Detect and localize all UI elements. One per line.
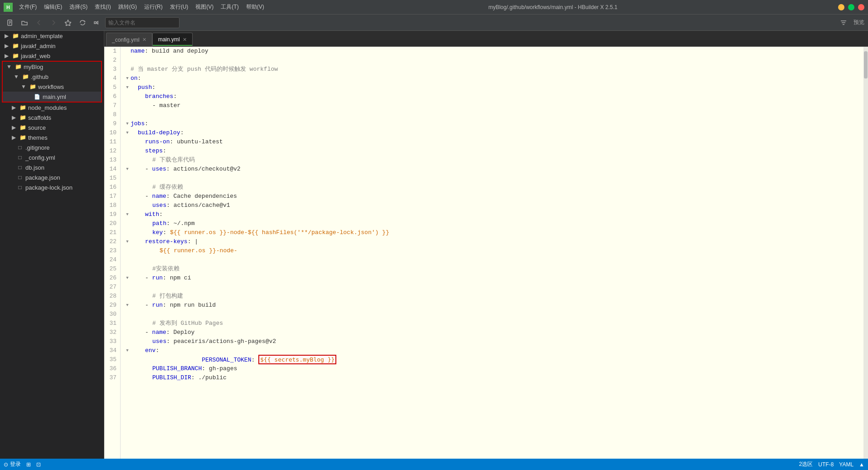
mini-scrollbar[interactable] <box>863 47 868 459</box>
collapse-icon: ▶ <box>3 42 10 49</box>
filter-icon[interactable] <box>837 16 850 29</box>
collapse-icon: ▶ <box>3 32 10 39</box>
new-file-button[interactable] <box>4 16 16 29</box>
sidebar-item-github[interactable]: ▼ 📁 .github <box>3 72 101 82</box>
titlebar-left: H 文件(F) 编辑(E) 选择(S) 查找(I) 跳转(G) 运行(R) 发行… <box>4 1 268 13</box>
sidebar-item-config-yml[interactable]: □ _config.yml <box>0 152 104 162</box>
yaml-key: uses <box>152 202 166 209</box>
scrollbar-thumb[interactable] <box>864 51 868 78</box>
refresh-button[interactable] <box>76 16 89 29</box>
fold-icon[interactable]: ▼ <box>124 348 131 354</box>
yaml-key: branches <box>145 93 173 100</box>
yaml-comment: # 下载仓库代码 <box>152 157 195 163</box>
sidebar-label: source <box>28 124 46 131</box>
code-line: ▼ with: <box>124 210 863 219</box>
line-numbers: 12345 678910 1112131415 1617181920 21222… <box>104 47 121 459</box>
yaml-key: with <box>145 211 159 218</box>
sidebar-label: myBlog <box>24 64 43 70</box>
sidebar-item-main-yml[interactable]: 📄 main.yml <box>3 92 101 102</box>
menu-select[interactable]: 选择(S) <box>66 1 91 13</box>
menu-publish[interactable]: 发行(U) <box>166 1 192 13</box>
fold-icon[interactable]: ▼ <box>124 302 131 308</box>
back-button[interactable] <box>33 16 45 29</box>
yaml-value: actions/cache@v1 <box>174 202 230 209</box>
fold-icon[interactable]: ▼ <box>124 211 131 218</box>
tab-close-icon[interactable]: ✕ <box>183 37 187 42</box>
code-line <box>124 310 863 319</box>
main-area: ▶ 📁 admin_template ▶ 📁 javakf_admin ▶ 📁 … <box>0 31 868 459</box>
code-line: # 下载仓库代码 <box>124 156 863 165</box>
yaml-comment: # 打包构建 <box>152 293 183 299</box>
yaml-key: name <box>152 193 166 200</box>
tab-config-yml[interactable]: _config.yml ✕ <box>106 33 152 46</box>
yaml-value: master <box>160 102 181 109</box>
menu-help[interactable]: 帮助(V) <box>242 1 268 13</box>
code-line: PUBLISH_BRANCH: gh-pages <box>124 364 863 373</box>
tab-bar: _config.yml ✕ main.yml ✕ <box>104 31 868 47</box>
code-line: ▼ - run: npm run build <box>124 301 863 310</box>
code-line: ▼ - uses: actions/checkout@v2 <box>124 165 863 174</box>
fold-icon[interactable]: ▼ <box>124 166 131 172</box>
editor-area[interactable]: 12345 678910 1112131415 1617181920 21222… <box>104 47 868 459</box>
code-line: # 发布到 GitHub Pages <box>124 319 863 328</box>
fold-icon[interactable]: ▼ <box>124 275 131 281</box>
sidebar-label: _config.yml <box>25 154 55 161</box>
sidebar-item-workflows[interactable]: ▼ 📁 workflows <box>3 82 101 92</box>
close-button[interactable] <box>858 4 864 10</box>
grid-icon[interactable]: ⊞ <box>26 461 31 468</box>
yaml-value: npm run build <box>170 302 216 308</box>
minimize-button[interactable] <box>838 4 844 10</box>
menu-edit[interactable]: 编辑(E) <box>40 1 66 13</box>
collapse-icon: ▶ <box>3 52 10 59</box>
star-button[interactable] <box>62 16 74 29</box>
sidebar-item-package-lock[interactable]: □ package-lock.json <box>0 182 104 192</box>
sidebar-item-themes[interactable]: ▶ 📁 themes <box>0 132 104 142</box>
sidebar-item-node-modules[interactable]: ▶ 📁 node_modules <box>0 103 104 113</box>
code-line: # 当 master 分支 push 代码的时候触发 workflow <box>124 65 863 74</box>
sidebar-item-package-json[interactable]: □ package.json <box>0 172 104 182</box>
menu-view[interactable]: 视图(V) <box>192 1 217 13</box>
fold-icon[interactable]: ▼ <box>124 84 131 91</box>
folder-icon: 📁 <box>12 42 19 49</box>
yaml-key: PERSONAL_TOKEN <box>202 357 251 363</box>
yaml-var: ${{ runner.os }}-node- <box>160 247 238 254</box>
code-editor[interactable]: name: build and deploy # 当 master 分支 pus… <box>121 47 863 459</box>
folder-icon: 📁 <box>19 124 26 131</box>
maximize-button[interactable] <box>848 4 854 10</box>
app-icon: H <box>4 3 13 12</box>
fold-icon[interactable]: ▼ <box>124 121 131 127</box>
sidebar-item-javakf-web[interactable]: ▶ 📁 javakf_web <box>0 51 104 61</box>
statusbar: ⊙ 登录 ⊞ ⊡ 2选区 UTF-8 YAML ▲ <box>0 459 868 470</box>
sidebar-label: .gitignore <box>25 144 49 151</box>
tab-close-icon[interactable]: ✕ <box>142 37 146 42</box>
tab-main-yml[interactable]: main.yml ✕ <box>152 33 193 46</box>
sidebar-item-myblog[interactable]: ▼ 📁 myBlog <box>3 62 101 72</box>
code-line <box>124 56 863 65</box>
yaml-dash: - <box>145 166 152 172</box>
open-file-button[interactable] <box>18 16 31 29</box>
forward-button[interactable] <box>47 16 60 29</box>
menu-run[interactable]: 运行(R) <box>141 1 166 13</box>
menu-file[interactable]: 文件(F) <box>15 1 40 13</box>
share-button[interactable] <box>91 16 103 29</box>
fold-icon[interactable]: ▼ <box>124 75 131 82</box>
scroll-up-icon[interactable]: ▲ <box>859 461 864 468</box>
sidebar-item-scaffolds[interactable]: ▶ 📁 scaffolds <box>0 113 104 122</box>
fold-icon[interactable]: ▼ <box>124 239 131 245</box>
sidebar-item-gitignore[interactable]: □ .gitignore <box>0 142 104 152</box>
menu-tools[interactable]: 工具(T) <box>217 1 242 13</box>
sidebar-item-admin-template[interactable]: ▶ 📁 admin_template <box>0 31 104 41</box>
yaml-key: run <box>152 302 163 308</box>
menu-find[interactable]: 查找(I) <box>91 1 114 13</box>
yaml-key: jobs <box>131 119 145 128</box>
settings-icon[interactable]: ⊡ <box>36 461 41 468</box>
folder-icon: 📁 <box>12 32 19 39</box>
search-input[interactable] <box>105 17 179 28</box>
menu-goto[interactable]: 跳转(G) <box>115 1 141 13</box>
login-area[interactable]: ⊙ 登录 <box>4 460 21 468</box>
yaml-value: ~/.npm <box>174 220 195 227</box>
sidebar-item-source[interactable]: ▶ 📁 source <box>0 122 104 132</box>
sidebar-item-db-json[interactable]: □ db.json <box>0 162 104 172</box>
fold-icon[interactable]: ▼ <box>124 130 131 136</box>
sidebar-item-javakf-admin[interactable]: ▶ 📁 javakf_admin <box>0 41 104 51</box>
